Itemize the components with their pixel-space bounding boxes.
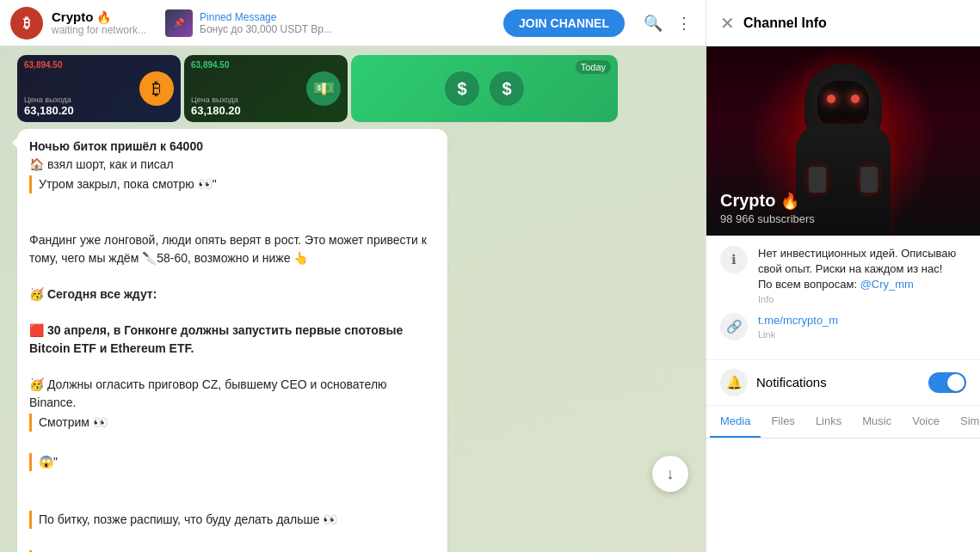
info-circle-icon: ℹ [720,246,748,273]
figure-face [817,81,869,128]
notifications-row: 🔔 Notifications [706,360,980,406]
channel-subtitle: waiting for network... [52,24,146,36]
channel-name-big-text: Crypto [720,191,775,211]
left-hand [809,167,826,193]
fire-icon: 🔥 [96,10,111,24]
money-icon: 💵 [306,71,341,106]
info-section: ℹ Нет инвестиционных идей. Описываю свой… [706,236,980,360]
dollar-icon-1: $ [445,71,479,106]
close-panel-button[interactable]: ✕ [720,13,735,34]
right-hand [860,167,878,193]
channel-name-text: Crypto [52,9,93,24]
figure-eyes [827,95,860,103]
channel-info-title: Channel Info [743,15,827,31]
info-text-description: Нет инвестиционных идей. Описываю свой о… [758,246,966,304]
tab-music[interactable]: Music [852,406,902,438]
channel-title: Crypto 🔥 [52,9,146,24]
right-panel: ✕ Channel Info Crypt [706,0,980,552]
pinned-text-block: Pinned Message Бонус до 30,000 USDT Вр..… [200,11,332,35]
today-label: Today [576,60,611,74]
contact-prefix: По всем вопросам: [758,278,857,291]
search-button[interactable]: 🔍 [640,10,666,36]
channel-description: Нет инвестиционных идей. Описываю свой о… [758,246,966,277]
join-channel-button[interactable]: JOIN CHANNEL [503,9,625,37]
right-panel-header: ✕ Channel Info [706,0,980,46]
message-bubble-1: Ночью биток пришёл к 64000 🏠 взял шорт, … [17,129,447,552]
channel-info: Crypto 🔥 waiting for network... [52,9,146,36]
channel-subscribers: 98 966 subscribers [720,212,815,225]
info-row-description: ℹ Нет инвестиционных идей. Описываю свой… [720,246,966,304]
trade-card-top-price-1: 63,894.50 [24,60,63,70]
notif-left: 🔔 Notifications [720,369,827,396]
pinned-label: Pinned Message [200,11,332,23]
trade-cards: 63,894.50 ₿ Цена выхода 63,180.20 63,894… [17,55,688,122]
trade-card-2: 63,894.50 💵 Цена выхода 63,180.20 [184,55,348,122]
left-panel: ₿ Crypto 🔥 waiting for network... 📌 Pinn… [0,0,706,552]
contact-info: По всем вопросам: @Cry_mm [758,277,966,292]
btc-icon: ₿ [139,71,174,106]
link-icon: 🔗 [720,313,748,340]
figure-hands [809,167,878,193]
chat-area: 63,894.50 ₿ Цена выхода 63,180.20 63,894… [0,46,706,552]
notifications-label: Notifications [756,375,827,389]
right-eye [851,95,860,103]
toggle-knob [947,374,965,391]
trade-card-1: 63,894.50 ₿ Цена выхода 63,180.20 [17,55,181,122]
channel-avatar: ₿ [10,7,43,40]
link-label: Link [758,329,838,340]
info-text-link: t.me/mcrypto_m Link [758,313,838,340]
channel-fire-icon: 🔥 [780,192,799,211]
tab-media[interactable]: Media [710,406,761,438]
channel-link[interactable]: t.me/mcrypto_m [758,313,838,328]
pinned-message[interactable]: 📌 Pinned Message Бонус до 30,000 USDT Вр… [155,4,495,42]
channel-big-name: Crypto 🔥 [720,191,815,211]
messages-wrapper: 63,894.50 ₿ Цена выхода 63,180.20 63,894… [17,55,688,552]
scroll-down-button[interactable]: ↓ [652,456,688,492]
header-icons: 🔍 ⋮ [640,10,695,36]
msg-text-1: Ночью биток пришёл к 64000 🏠 взял шорт, … [29,138,435,552]
channel-name-overlay: Crypto 🔥 98 966 subscribers [720,191,815,225]
dollar-icon-2: $ [490,71,524,106]
tab-voice[interactable]: Voice [902,406,950,438]
contact-link[interactable]: @Cry_mm [860,278,914,291]
exit-price-2: 63,180.20 [191,104,341,117]
left-eye [827,95,835,103]
channel-hero-image: Crypto 🔥 98 966 subscribers [706,46,980,236]
tab-files[interactable]: Files [761,406,804,438]
tab-links[interactable]: Links [805,406,852,438]
info-row-link: 🔗 t.me/mcrypto_m Link [720,313,966,340]
trade-card-top-price-2: 63,894.50 [191,60,230,70]
today-card: Today $ $ [351,55,618,122]
tab-similar[interactable]: Simila... [950,406,980,438]
chat-header: ₿ Crypto 🔥 waiting for network... 📌 Pinn… [0,0,706,46]
media-tabs: Media Files Links Music Voice Simila... [706,406,980,439]
bell-icon: 🔔 [720,369,748,396]
more-options-button[interactable]: ⋮ [673,10,695,36]
pinned-preview: Бонус до 30,000 USDT Вр... [200,23,332,35]
info-label: Info [758,294,966,304]
exit-price-1: 63,180.20 [24,104,174,117]
notifications-toggle[interactable] [928,372,966,393]
pinned-thumb: 📌 [165,9,193,37]
